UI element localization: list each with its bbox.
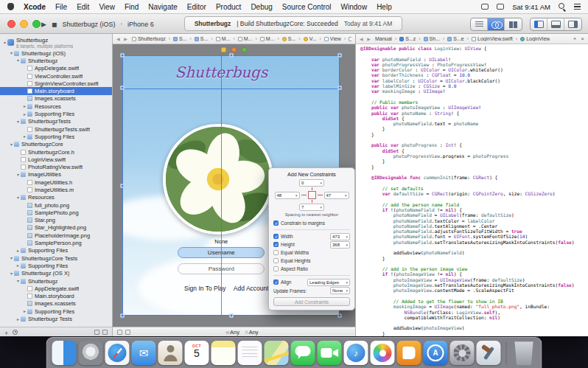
spotlight-icon[interactable] (559, 3, 566, 10)
disclosure-triangle-icon[interactable]: ▾ (15, 279, 21, 283)
dock-icon-trash[interactable] (512, 341, 536, 365)
toggle-utilities-button[interactable] (564, 18, 581, 30)
file-row-main-storyboard[interactable]: Main.storyboard (0, 293, 112, 300)
disclosure-triangle-icon[interactable]: ▾ (15, 119, 21, 124)
disclosure-triangle-icon[interactable]: ▸ (22, 104, 27, 108)
toggle-navigator-button[interactable] (531, 18, 547, 30)
update-frames-dropdown[interactable]: None (330, 287, 350, 294)
checkbox-unchecked[interactable] (273, 258, 279, 263)
file-row-shutterbugzcore-tests[interactable]: ▾ShutterbugzCore Tests (0, 254, 112, 262)
menu-window[interactable]: Window (341, 3, 368, 11)
file-row-viewcontroller-swift[interactable]: ViewController.swift (0, 72, 112, 80)
add-constraints-button[interactable]: Add Constraints (273, 297, 350, 306)
disclosure-triangle-icon[interactable]: ▸ (22, 112, 27, 117)
filter-icon[interactable] (13, 330, 18, 335)
resize-handle[interactable] (229, 314, 233, 318)
dock-icon-photos[interactable] (371, 341, 395, 365)
disclosure-triangle-icon[interactable]: ▸ (22, 134, 27, 139)
file-row-shutterbugztests-swift[interactable]: ShutterbugzTests.swift (0, 125, 112, 133)
jumpbar-item-s-[interactable]: S... (282, 36, 296, 41)
menu-edit[interactable]: Edit (77, 3, 89, 11)
scm-status-icon[interactable] (102, 330, 108, 335)
file-row-placeholderimage-png[interactable]: PlaceholderImage.png (0, 232, 112, 239)
dock-icon-ibooks[interactable] (397, 341, 421, 365)
leading-spacing-field[interactable]: 48 (275, 192, 300, 199)
notification-center-icon[interactable] (574, 4, 581, 10)
leading-strut-icon[interactable] (301, 193, 307, 197)
file-row-star-highlighted-png[interactable]: Star_Highlighted.png (0, 224, 112, 232)
align-dropdown[interactable]: Leading Edges (307, 279, 350, 286)
file-row-shutterbugztests[interactable]: ▾ShutterbugzTests (0, 118, 112, 125)
dock-icon-mail[interactable]: ✉ (132, 341, 156, 365)
jumpbar-item-view[interactable]: View (324, 36, 341, 41)
file-row-appdelegate-swift[interactable]: AppDelegate.swift (0, 285, 112, 292)
file-row-shutterbugz[interactable]: ▾Shutterbugz (0, 277, 112, 285)
recent-files-icon[interactable] (94, 330, 99, 335)
file-row-star-png[interactable]: Star.png (0, 217, 112, 224)
menubar-clock[interactable]: Sat 9:41 AM (512, 3, 550, 11)
top-spacing-field[interactable]: 0 (299, 179, 324, 187)
checkbox-unchecked[interactable] (273, 266, 279, 271)
menu-navigate[interactable]: Navigate (148, 3, 177, 11)
disclosure-triangle-icon[interactable]: ▸ (15, 249, 21, 253)
dock-icon-messages[interactable] (291, 341, 315, 365)
dock-icon-settings[interactable] (450, 341, 475, 365)
file-row-imageutilities-h[interactable]: ImageUtilities.h (0, 178, 112, 186)
resize-handle[interactable] (338, 314, 342, 318)
file-row-supporting-files[interactable]: ▸Supporting Files (0, 262, 112, 269)
menu-extra-icon[interactable] (481, 4, 489, 10)
checkbox-unchecked[interactable] (273, 250, 279, 255)
minimize-window-button[interactable] (20, 20, 28, 28)
add-file-icon[interactable] (4, 325, 8, 336)
file-row-images-xcassets[interactable]: Images.xcassets (0, 95, 112, 103)
checkbox-checked[interactable] (273, 234, 279, 239)
file-row-supporting-files[interactable]: ▸Supporting Files (0, 110, 112, 117)
disclosure-triangle-icon[interactable]: ▾ (9, 271, 14, 276)
dock-icon-reminders[interactable] (238, 341, 262, 365)
jumpbar-item-m-[interactable]: M... (238, 36, 253, 41)
zoom-window-button[interactable] (32, 20, 41, 28)
disclosure-triangle-icon[interactable]: ▾ (9, 142, 14, 147)
file-row-appdelegate-swift[interactable]: AppDelegate.swift (0, 65, 112, 72)
file-row-shutterbugz-tests[interactable]: ▸Shutterbugz Tests (0, 315, 112, 322)
file-row-supporting-files[interactable]: ▸Supporting Files (0, 308, 112, 315)
apple-menu-icon[interactable] (7, 3, 14, 10)
disclosure-triangle-icon[interactable]: ▾ (9, 51, 14, 55)
jumpbar-item-s-z[interactable]: S...z (399, 36, 416, 41)
scheme-selector[interactable]: Shutterbugz (iOS) (62, 21, 115, 28)
menu-product[interactable]: Product (216, 3, 241, 11)
close-assistant-icon[interactable]: × (581, 35, 584, 42)
trailing-spacing-field[interactable]: 47 (324, 192, 349, 199)
file-row-loginview-swift[interactable]: LoginView.swift (0, 156, 112, 163)
file-row-imageutilities-m[interactable]: ImageUtilities.m (0, 186, 112, 193)
jumpbar-item-v-[interactable]: V... (304, 36, 317, 41)
back-forward-icons[interactable]: ◀ ▶ (360, 36, 372, 41)
file-row-full-photo-png[interactable]: full_photo.png (0, 201, 112, 209)
dock-icon-launchpad[interactable] (79, 341, 103, 365)
checkbox-checked[interactable] (273, 221, 279, 226)
checkbox-checked[interactable] (273, 280, 279, 285)
checkbox-checked[interactable] (273, 242, 279, 247)
jumpbar-item-loginview-swift[interactable]: LoginView.swift (472, 36, 513, 41)
jumpbar-item-s-e[interactable]: S...e (447, 36, 463, 41)
file-row-sampleperson-png[interactable]: SamplePerson.png (0, 239, 112, 246)
dock-icon-facetime[interactable] (318, 341, 342, 365)
file-row-supporting-files[interactable]: ▸Supporting Files (0, 247, 112, 254)
constraint-row-width[interactable]: Width473 (273, 232, 350, 240)
jumpbar-item-manual[interactable]: Manual (375, 36, 392, 41)
resize-handle[interactable] (121, 86, 125, 90)
toggle-debug-area-button[interactable] (547, 18, 564, 30)
constraint-row-height[interactable]: Height368 (273, 240, 350, 249)
close-window-button[interactable] (7, 20, 15, 28)
disclosure-triangle-icon[interactable]: ▾ (15, 58, 21, 63)
grid-icon[interactable] (117, 330, 122, 335)
resize-handle[interactable] (121, 54, 125, 58)
file-row-signinviewcontroller-swift[interactable]: SignInViewController.swift (0, 80, 112, 87)
exit-segue-icon[interactable] (242, 47, 247, 52)
file-row-supporting-files[interactable]: ▸Supporting Files (0, 133, 112, 140)
storyboard-canvas[interactable]: Shutterbugs (113, 44, 355, 327)
disclosure-triangle-icon[interactable]: ▸ (15, 263, 21, 268)
run-button[interactable]: ▶ (41, 21, 46, 28)
jumpbar-item-login-view[interactable]: Login View (349, 36, 351, 41)
file-row-shutterbugz-os-x-[interactable]: ▾Shutterbugz (OS X) (0, 270, 112, 277)
